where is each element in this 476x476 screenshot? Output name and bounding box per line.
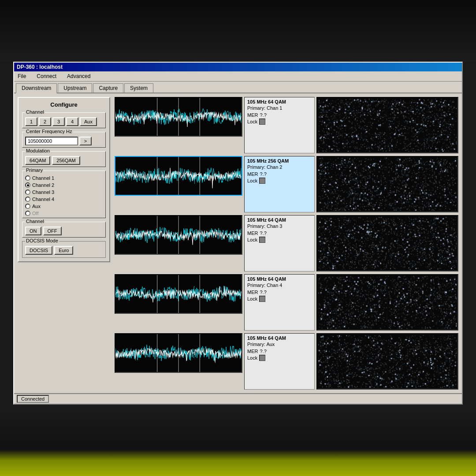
docsis-label: DOCSIS Mode xyxy=(25,238,59,243)
ch1-primary: Primary: Chan 1 xyxy=(247,105,312,111)
app-window: DP-360 : localhost File Connect Advanced… xyxy=(13,62,463,405)
chaux-mer-label: MER xyxy=(247,349,258,354)
radio-label-off: Off xyxy=(32,211,38,216)
radio-channel3[interactable]: Channel 3 xyxy=(25,190,103,195)
channel-info-3: 105 MHz 64 QAM Primary: Chan 3 MER ?.? L… xyxy=(244,215,315,271)
docsis-btn[interactable]: DOCSIS xyxy=(25,246,52,255)
channel-btn-1[interactable]: 1 xyxy=(25,117,37,126)
radio-channel4[interactable]: Channel 4 xyxy=(25,197,103,202)
ch3-lock-label: Lock xyxy=(247,237,257,242)
chaux-freq: 105 MHz 64 QAM xyxy=(247,335,312,341)
right-panel: 105 MHz 64 QAM Primary: Chan 1 MER ?.? L… xyxy=(115,97,458,390)
radio-circle-3 xyxy=(25,190,30,195)
channel-btn-aux[interactable]: Aux xyxy=(80,117,97,126)
left-panel: Configure Channel 1 2 3 4 Aux Center Fre… xyxy=(18,97,110,390)
ch1-freq: 105 MHz 64 QAM xyxy=(247,99,312,104)
noise-panel-ch1a xyxy=(318,99,387,152)
ch2-lock: Lock xyxy=(247,178,312,184)
chaux-lock-indicator xyxy=(259,355,265,361)
noise-panel-ch4a xyxy=(318,276,387,329)
primary-group: Primary Channel 1 Channel 2 Channel 3 xyxy=(22,171,106,218)
app-title: DP-360 : localhost xyxy=(17,64,63,70)
tab-downstream[interactable]: Downstream xyxy=(16,83,57,93)
radio-circle-2 xyxy=(25,182,30,188)
ch1-mer-value: ?.? xyxy=(260,112,266,118)
channel-btn-3[interactable]: 3 xyxy=(52,117,65,126)
waveform-ch4 xyxy=(115,274,242,314)
channel-onoff-label: Channel xyxy=(25,219,45,224)
channel-row-1: 105 MHz 64 QAM Primary: Chan 1 MER ?.? L… xyxy=(115,97,458,153)
waveform-aux xyxy=(115,333,242,373)
channel-onoff-buttons: ON OFF xyxy=(25,227,103,235)
mod-64qam-btn[interactable]: 64QAM xyxy=(25,156,50,165)
menu-connect[interactable]: Connect xyxy=(35,72,58,80)
radio-circle-off xyxy=(25,211,30,216)
channel-btn-2[interactable]: 2 xyxy=(39,117,51,126)
channel-info-2: 105 MHz 256 QAM Primary: Chan 2 MER ?.? … xyxy=(244,156,315,212)
freq-input[interactable] xyxy=(25,137,78,145)
noise-ch3 xyxy=(316,215,458,271)
ch3-lock: Lock xyxy=(247,237,312,243)
menu-advanced[interactable]: Advanced xyxy=(65,72,92,80)
configure-title: Configure xyxy=(22,101,106,108)
channel-off-btn[interactable]: OFF xyxy=(43,227,62,235)
freq-group: Center Frequency Hz > xyxy=(22,132,106,148)
channel-group: Channel 1 2 3 4 Aux xyxy=(22,112,106,128)
tab-system[interactable]: System xyxy=(124,83,153,93)
noise-panel-ch2b xyxy=(388,158,457,211)
ch3-mer-label: MER xyxy=(247,231,258,236)
ch4-mer-value: ?.? xyxy=(260,290,266,295)
ch4-primary: Primary: Chan 4 xyxy=(247,283,312,288)
waveform-ch1 xyxy=(115,97,242,137)
ch1-lock-label: Lock xyxy=(247,119,257,124)
radio-channel2[interactable]: Channel 2 xyxy=(25,182,103,188)
tab-capture[interactable]: Capture xyxy=(93,83,123,93)
ch3-mer: MER ?.? xyxy=(247,231,312,236)
menu-bar: File Connect Advanced xyxy=(14,71,462,82)
channel-info-4: 105 MHz 64 QAM Primary: Chan 4 MER ?.? L… xyxy=(244,274,315,331)
noise-panel-ch3a xyxy=(318,217,387,270)
radio-circle-1 xyxy=(25,175,30,181)
radio-channel1[interactable]: Channel 1 xyxy=(25,175,103,181)
waveform-ch2 xyxy=(115,156,242,196)
tab-bar: Downstream Upstream Capture System xyxy=(14,82,462,93)
ch2-mer: MER ?.? xyxy=(247,171,312,177)
ch1-lock: Lock xyxy=(247,119,312,125)
channel-row-4: 105 MHz 64 QAM Primary: Chan 4 MER ?.? L… xyxy=(115,274,458,331)
chaux-lock-label: Lock xyxy=(247,355,257,361)
menu-file[interactable]: File xyxy=(16,72,28,80)
ch2-mer-label: MER xyxy=(247,171,258,177)
channel-on-btn[interactable]: ON xyxy=(25,227,41,235)
chaux-primary: Primary: Aux xyxy=(247,342,312,347)
ch4-mer-label: MER xyxy=(247,290,258,295)
euro-btn[interactable]: Euro xyxy=(54,246,73,255)
ch2-primary: Primary: Chan 2 xyxy=(247,164,312,170)
noise-panel-ch3b xyxy=(388,217,457,270)
tab-upstream[interactable]: Upstream xyxy=(58,83,92,93)
radio-label-1: Channel 1 xyxy=(32,175,54,181)
noise-aux xyxy=(316,333,458,390)
noise-panel-auxa xyxy=(318,335,387,388)
ch4-lock: Lock xyxy=(247,296,312,302)
radio-aux[interactable]: Aux xyxy=(25,204,103,209)
radio-label-3: Channel 3 xyxy=(32,190,54,195)
chaux-lock: Lock xyxy=(247,355,312,361)
channel-btn-4[interactable]: 4 xyxy=(66,117,78,126)
noise-ch1 xyxy=(316,97,458,153)
freq-next-btn[interactable]: > xyxy=(79,137,92,145)
ch2-freq: 105 MHz 256 QAM xyxy=(247,158,312,164)
ch3-primary: Primary: Chan 3 xyxy=(247,223,312,229)
radio-off[interactable]: Off xyxy=(25,211,103,216)
modulation-group: Modulation 64QAM 256QAM xyxy=(22,151,106,167)
ch1-mer-label: MER xyxy=(247,112,258,118)
channel-info-1: 105 MHz 64 QAM Primary: Chan 1 MER ?.? L… xyxy=(244,97,315,153)
ch2-mer-value: ?.? xyxy=(260,171,266,177)
waveform-ch3 xyxy=(115,215,242,255)
mod-256qam-btn[interactable]: 256QAM xyxy=(52,156,80,165)
ch4-lock-label: Lock xyxy=(247,296,257,301)
freq-group-label: Center Frequency Hz xyxy=(25,129,73,134)
noise-ch2 xyxy=(316,156,458,212)
docsis-buttons: DOCSIS Euro xyxy=(25,246,103,255)
ch3-lock-indicator xyxy=(259,237,265,243)
primary-label: Primary xyxy=(25,167,44,173)
